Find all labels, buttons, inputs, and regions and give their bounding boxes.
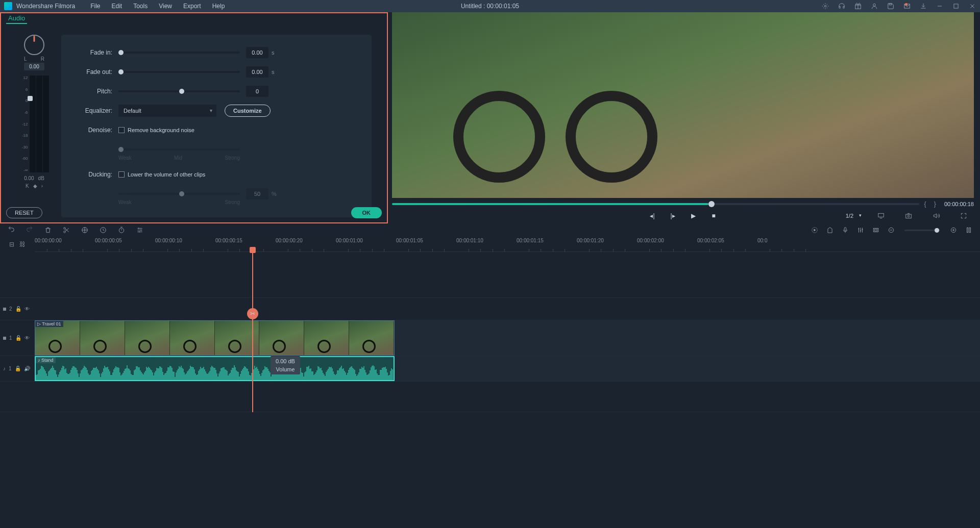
snap-icon[interactable]	[872, 226, 880, 234]
preview-ratio-select[interactable]: 1/2	[842, 212, 864, 220]
split-at-playhead-icon[interactable]: ✂	[247, 308, 258, 319]
menu-help[interactable]: Help	[212, 3, 225, 10]
ducking-unit: %	[272, 191, 277, 197]
track-v1-lock-icon[interactable]: 🔓	[15, 335, 21, 341]
volume-icon[interactable]	[931, 211, 941, 221]
menu-export[interactable]: Export	[183, 3, 201, 10]
denoise-mid: Mid	[174, 155, 182, 161]
svg-rect-7	[906, 214, 912, 218]
fullscreen-icon[interactable]	[959, 211, 969, 221]
track-v2-lane[interactable]	[35, 298, 980, 320]
pan-knob[interactable]	[24, 35, 44, 55]
mixer-icon[interactable]	[856, 226, 865, 234]
close-icon[interactable]	[969, 3, 976, 10]
menu-tools[interactable]: Tools	[133, 3, 148, 10]
prev-frame-icon[interactable]: ◂|	[647, 211, 657, 221]
timeline-ruler[interactable]: 00:00:00:0000:00:00:0500:00:00:1000:00:0…	[35, 237, 980, 252]
pitch-slider[interactable]	[118, 90, 240, 92]
pitch-label: Pitch:	[77, 88, 112, 95]
video-clip[interactable]: ▷ Travel 01	[35, 320, 395, 356]
keyframe-next-icon[interactable]: ›	[41, 183, 43, 189]
audio-clip[interactable]: ♪ Stand	[35, 356, 395, 381]
vu-value: 0.00	[24, 175, 34, 181]
denoise-strong: Strong	[225, 155, 240, 161]
track-a1-speaker-icon[interactable]: 🔊	[24, 366, 30, 371]
denoise-checkbox-label: Remove background noise	[128, 127, 194, 133]
minimize-icon[interactable]	[936, 3, 943, 10]
stop-icon[interactable]: ■	[708, 211, 719, 221]
svg-rect-15	[844, 228, 846, 231]
zoom-out-icon[interactable]	[887, 226, 895, 234]
fade-out-slider[interactable]	[118, 71, 240, 73]
settings-icon[interactable]	[822, 3, 829, 10]
next-frame-icon[interactable]: |▸	[668, 211, 678, 221]
keyframe-prev-icon[interactable]: K	[26, 183, 29, 189]
maximize-icon[interactable]	[952, 3, 960, 10]
playhead[interactable]: ✂	[252, 252, 253, 412]
equalizer-select[interactable]: Default	[118, 105, 216, 117]
zoom-slider[interactable]	[904, 230, 940, 231]
track-collapse-icon[interactable]: ⊟	[9, 241, 14, 248]
customize-button[interactable]: Customize	[225, 105, 271, 117]
svg-rect-16	[873, 229, 878, 232]
track-v2-eye-icon[interactable]: 👁	[24, 306, 30, 312]
svg-point-0	[824, 5, 826, 7]
fade-in-slider[interactable]	[118, 52, 240, 54]
denoise-checkbox[interactable]	[118, 127, 125, 133]
svg-rect-5	[954, 4, 958, 8]
reset-button[interactable]: RESET	[6, 207, 42, 218]
track-a1-lock-icon[interactable]: 🔓	[15, 366, 21, 371]
snapshot-icon[interactable]	[903, 211, 914, 221]
fade-out-unit: s	[272, 69, 275, 75]
redo-icon[interactable]	[26, 226, 34, 234]
project-title: Untitled : 00:00:01:05	[461, 3, 519, 10]
play-icon[interactable]: ▶	[688, 211, 698, 221]
vu-l-meter	[36, 76, 42, 172]
denoise-slider	[118, 148, 240, 150]
ducking-strong: Strong	[225, 199, 240, 205]
ducking-checkbox[interactable]	[118, 171, 125, 178]
zoom-in-icon[interactable]	[949, 226, 958, 234]
scrub-bar[interactable]	[392, 203, 919, 205]
voiceover-icon[interactable]	[841, 226, 849, 234]
svg-point-8	[908, 215, 910, 217]
pan-value: 0.00	[24, 63, 44, 70]
preview-viewport[interactable]	[392, 12, 974, 198]
fade-in-value[interactable]: 0.00	[246, 47, 268, 58]
svg-point-2	[873, 4, 876, 6]
app-logo	[4, 2, 12, 10]
tab-audio[interactable]: Audio	[6, 13, 27, 24]
menu-view[interactable]: View	[159, 3, 172, 10]
menu-edit[interactable]: Edit	[112, 3, 122, 10]
in-out-brackets[interactable]: { }	[924, 200, 939, 208]
denoise-label: Denoise:	[77, 127, 112, 134]
svg-rect-3	[889, 4, 892, 5]
save-icon[interactable]	[887, 3, 894, 10]
volume-tooltip: 0.00 dB Volume	[271, 356, 300, 374]
fade-out-label: Fade out:	[77, 68, 112, 76]
track-a1-lane[interactable]: ♪ Stand 0.00 dB Volume	[35, 356, 980, 381]
ducking-weak: Weak	[118, 199, 131, 205]
marker-icon[interactable]	[826, 226, 834, 234]
track-v1-eye-icon[interactable]: 👁	[24, 335, 30, 341]
app-name: Wondershare Filmora	[16, 3, 75, 10]
track-link-icon[interactable]: ⛓	[19, 241, 26, 248]
pitch-value[interactable]: 0	[246, 86, 268, 97]
menu-file[interactable]: File	[90, 3, 100, 10]
gift-icon[interactable]	[854, 3, 862, 10]
track-v2-lock-icon[interactable]: 🔓	[15, 306, 21, 312]
download-icon[interactable]	[920, 3, 927, 10]
track-v1-lane[interactable]: ▷ Travel 01	[35, 320, 980, 356]
zoom-fit-icon[interactable]	[965, 226, 973, 234]
keyframe-add-icon[interactable]: ◆	[33, 183, 37, 189]
fade-out-value[interactable]: 0.00	[246, 66, 268, 78]
support-icon[interactable]	[838, 3, 845, 10]
user-icon[interactable]	[871, 3, 878, 10]
ok-button[interactable]: OK	[351, 207, 382, 218]
pan-r-label: R	[41, 56, 44, 62]
message-icon[interactable]	[903, 3, 911, 10]
track-v2-label: 2	[9, 306, 12, 312]
vu-left-bar[interactable]	[30, 76, 36, 172]
render-icon[interactable]	[811, 226, 819, 234]
display-icon[interactable]	[876, 211, 886, 221]
